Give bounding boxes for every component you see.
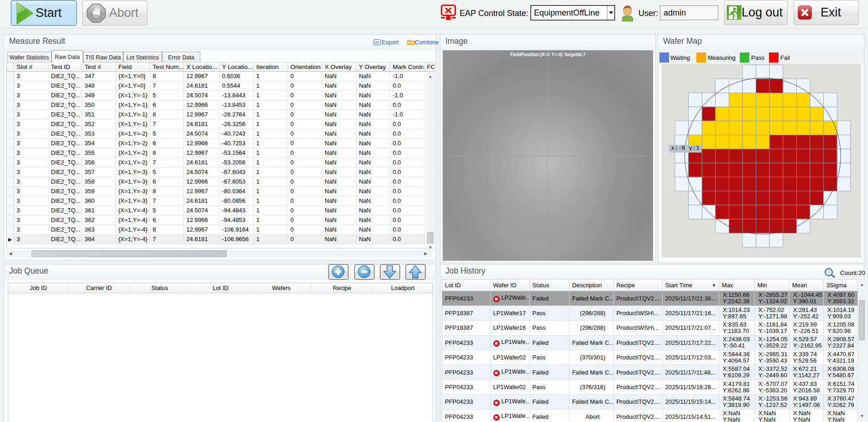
svg-text:csv: csv xyxy=(375,41,380,44)
